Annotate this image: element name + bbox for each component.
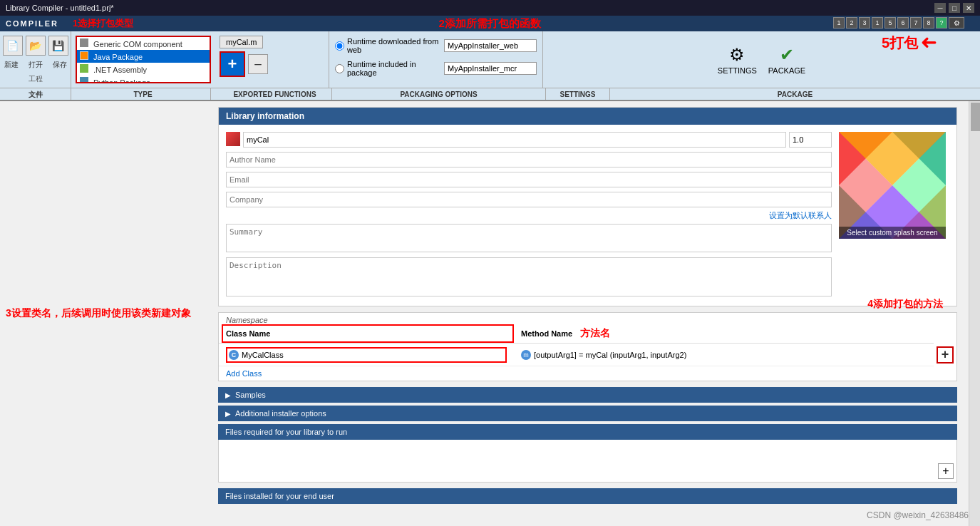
settings-button[interactable]: ⚙ SETTINGS — [718, 45, 757, 75]
annotation3: 3设置类名，后续调用时使用该类新建对象 — [6, 306, 201, 319]
num-6: 6 — [897, 17, 909, 29]
additional-section: ▶ Additional installer options — [218, 406, 957, 421]
set-default-link[interactable]: 设置为默认联系人 — [226, 210, 832, 221]
samples-header[interactable]: ▶ Samples — [218, 387, 957, 403]
num-8: 8 — [923, 17, 934, 29]
type-java[interactable]: Java Package — [77, 50, 210, 63]
method-name-header: Method Name 方法名 — [514, 324, 934, 344]
method-name-annotation: 方法名 — [580, 327, 610, 339]
type-section-label: TYPE — [76, 88, 211, 100]
package-section-label: PACKAGE — [610, 88, 980, 100]
annotation2: 2添加所需打包的函数 — [148, 17, 832, 31]
class-method-container: 4添加打包的方法 Namespace Class Name Method Nam — [218, 312, 957, 381]
new-button[interactable]: 📄 — [3, 36, 23, 56]
namespace-label: Namespace — [219, 313, 956, 324]
scrollbar-track[interactable] — [969, 101, 980, 526]
save-button[interactable]: 💾 — [48, 36, 68, 56]
files-run-content: + — [218, 440, 957, 483]
add-class-link[interactable]: Add Class — [219, 366, 956, 381]
runtime-package-radio[interactable] — [335, 64, 344, 73]
additional-arrow-icon: ▶ — [225, 410, 231, 418]
title-bar: Library Compiler - untitled1.prj* ─ □ ✕ — [0, 0, 980, 16]
num-q: ? — [936, 17, 947, 29]
annotation1: 1选择打包类型 — [73, 17, 133, 30]
files-user-header: Files installed for your end user — [218, 488, 957, 504]
open-button[interactable]: 📂 — [26, 36, 46, 56]
splash-select-button[interactable]: Select custom splash screen — [839, 227, 946, 239]
annotation5: 5打包 — [882, 33, 918, 53]
add-function-button[interactable]: + — [220, 51, 245, 77]
add-method-button[interactable]: + — [937, 346, 954, 363]
scrollbar-thumb[interactable] — [971, 103, 980, 131]
package-installer-input[interactable] — [444, 62, 537, 75]
class-name-value: MyCalClass — [242, 351, 284, 359]
additional-header[interactable]: ▶ Additional installer options — [218, 406, 957, 421]
author-input[interactable] — [226, 152, 832, 167]
close-button[interactable]: ✕ — [963, 3, 974, 13]
summary-textarea[interactable] — [226, 224, 832, 252]
version-input[interactable] — [789, 132, 832, 148]
web-installer-input[interactable] — [444, 39, 537, 52]
add-files-run-button[interactable]: + — [938, 463, 954, 479]
exported-section-label: EXPORTED FUNCTIONS — [218, 88, 332, 100]
add-method-cell: + — [934, 344, 956, 366]
title-text: Library Compiler - untitled1.prj* — [6, 4, 114, 12]
file-section-label: 文件 — [0, 88, 71, 100]
class-icon: C — [229, 350, 239, 360]
exported-tab[interactable]: myCal.m — [220, 36, 263, 48]
remove-function-button[interactable]: ─ — [248, 54, 268, 74]
library-name-input[interactable] — [243, 132, 786, 148]
files-run-header: Files required for your library to run — [218, 424, 957, 440]
splash-svg — [839, 132, 946, 239]
package-label: PACKAGE — [768, 66, 805, 75]
num-3: 3 — [859, 17, 870, 29]
window-controls[interactable]: ─ □ ✕ — [934, 3, 974, 13]
num-4: 1 — [872, 17, 883, 29]
splash-container: Select custom splash screen — [839, 132, 949, 299]
open-label: 打开 — [29, 60, 43, 70]
minimize-button[interactable]: ─ — [934, 3, 946, 13]
email-input[interactable] — [226, 172, 832, 187]
class-name-header: Class Name — [219, 324, 514, 344]
settings-section-label: SETTINGS — [546, 88, 610, 100]
method-value-cell: m [outputArg1] = myCal (inputArg1, input… — [514, 344, 934, 366]
type-python[interactable]: Python Package — [77, 76, 210, 83]
num-2: 2 — [846, 17, 857, 29]
method-value: [outputArg1] = myCal (inputArg1, inputAr… — [534, 351, 686, 359]
project-label: 工程 — [29, 74, 43, 84]
num-1: 1 — [833, 17, 845, 29]
gear-small[interactable]: ⚙ — [949, 17, 964, 29]
class-method-table: Class Name Method Name 方法名 — [219, 324, 956, 366]
save-label: 保存 — [53, 60, 67, 70]
runtime-package-label: Runtime included in package — [347, 60, 441, 77]
type-dotnet[interactable]: .NET Assembly — [77, 63, 210, 76]
settings-label: SETTINGS — [718, 66, 757, 75]
matlab-icon — [226, 132, 240, 146]
class-row: C MyCalClass m [outputArg1] = myCal (inp… — [219, 344, 956, 366]
runtime-web-radio[interactable] — [335, 41, 344, 51]
splash-preview: Select custom splash screen — [839, 132, 946, 239]
description-textarea[interactable] — [226, 257, 832, 296]
samples-arrow-icon: ▶ — [225, 391, 231, 399]
method-icon: m — [521, 350, 531, 360]
watermark: CSDN @weixin_42638486 — [867, 510, 969, 520]
type-generic[interactable]: Generic COM component — [77, 37, 210, 50]
compiler-label: COMPILER — [6, 19, 58, 28]
samples-section: ▶ Samples — [218, 387, 957, 403]
company-input[interactable] — [226, 192, 832, 207]
num-5: 5 — [884, 17, 896, 29]
arrow-right-icon: ➜ — [921, 31, 937, 55]
library-info-section: Library information 设置为默认联系人 — [218, 107, 957, 306]
class-name-cell: C MyCalClass — [219, 344, 514, 366]
files-user-section: Files installed for your end user — [218, 488, 957, 504]
new-label: 新建 — [4, 60, 19, 70]
runtime-web-label: Runtime downloaded from web — [347, 37, 441, 54]
annotation4: 4添加打包的方法 — [867, 298, 943, 311]
package-checkmark-icon: ✔ — [780, 45, 794, 65]
settings-icon: ⚙ — [729, 45, 745, 65]
package-button[interactable]: ✔ PACKAGE — [768, 45, 805, 75]
action-header — [934, 324, 956, 344]
num-7: 7 — [910, 17, 922, 29]
library-info-header: Library information — [219, 108, 956, 125]
maximize-button[interactable]: □ — [949, 3, 960, 13]
